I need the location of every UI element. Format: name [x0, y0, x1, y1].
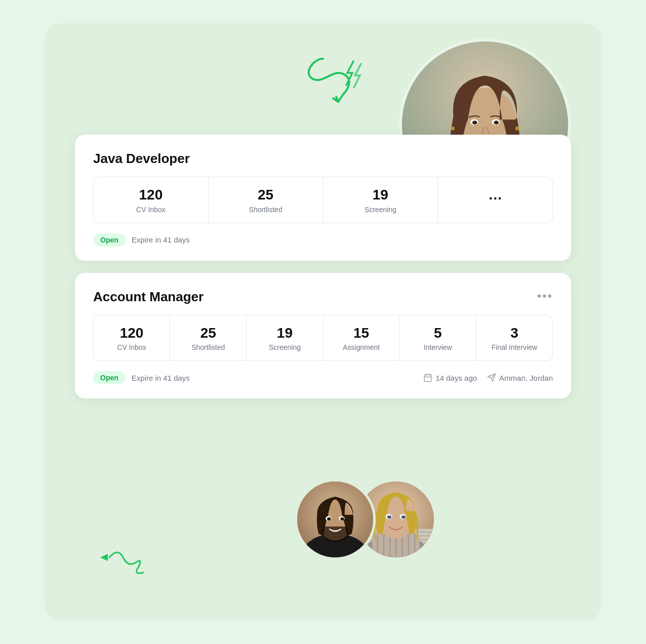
expire-text-1: Expire in 41 days — [132, 235, 190, 244]
stat-shortlisted-1: 25 Shortlisted — [209, 177, 324, 223]
location-text: Amman, Jordan — [499, 374, 553, 382]
more-options-button[interactable]: ••• — [537, 289, 553, 303]
svg-point-29 — [340, 517, 344, 521]
assignment-label-2: Assignment — [343, 343, 380, 351]
svg-rect-15 — [425, 375, 432, 382]
cv-inbox-number-2: 120 — [120, 325, 144, 342]
final-interview-label-2: Final Interview — [492, 343, 537, 351]
java-developer-stats: 120 CV Inbox 25 Shortlisted 19 Screening… — [93, 177, 553, 223]
svg-rect-44 — [408, 534, 409, 557]
stat-partial-1: … — [438, 177, 552, 223]
stat-screening-2: 19 Screening — [247, 315, 323, 361]
stat-final-interview-2: 3 Final Interview — [476, 315, 552, 361]
screening-label-1: Screening — [365, 206, 396, 214]
java-developer-footer: Open Expire in 41 days — [93, 233, 553, 247]
stat-screening-1: 19 Screening — [324, 177, 438, 223]
account-manager-stats: 120 CV Inbox 25 Shortlisted 19 Screening… — [93, 315, 553, 361]
svg-point-51 — [401, 515, 406, 519]
svg-point-28 — [327, 517, 331, 521]
open-badge-2: Open — [93, 371, 126, 384]
svg-point-9 — [494, 120, 499, 125]
interview-label-2: Interview — [424, 343, 452, 351]
cards-area: Java Developer 120 CV Inbox 25 Shortlist… — [75, 135, 571, 398]
svg-marker-52 — [100, 554, 108, 561]
date-meta: 14 days ago — [423, 373, 477, 382]
svg-rect-40 — [383, 534, 385, 557]
interview-number-2: 5 — [434, 325, 442, 342]
date-ago-text: 14 days ago — [435, 374, 477, 382]
stat-interview-2: 5 Interview — [400, 315, 476, 361]
shortlisted-label-1: Shortlisted — [249, 206, 282, 214]
stat-shortlisted-2: 25 Shortlisted — [170, 315, 247, 361]
svg-rect-39 — [377, 534, 379, 557]
account-manager-title: Account Manager — [93, 289, 553, 305]
squiggle-bottom-decoration — [95, 540, 156, 580]
svg-rect-45 — [414, 534, 416, 557]
svg-point-11 — [515, 127, 519, 131]
open-badge-1: Open — [93, 233, 126, 247]
shortlisted-label-2: Shortlisted — [191, 343, 225, 351]
assignment-number-2: 15 — [353, 325, 369, 342]
svg-point-50 — [387, 515, 391, 519]
stat-cv-inbox-1: 120 CV Inbox — [94, 177, 209, 223]
calendar-icon — [423, 373, 432, 382]
stat-cv-inbox-2: 120 CV Inbox — [94, 315, 170, 361]
cv-inbox-label-1: CV Inbox — [136, 206, 166, 214]
expire-text-2: Expire in 41 days — [132, 374, 190, 382]
main-container: Java Developer 120 CV Inbox 25 Shortlist… — [45, 23, 601, 621]
svg-point-10 — [451, 127, 455, 131]
partial-number-1: … — [488, 186, 502, 204]
screening-label-2: Screening — [269, 343, 301, 351]
squiggle-top-decoration — [272, 54, 374, 104]
location-icon — [487, 373, 496, 382]
footer-meta-right: 14 days ago Amman, Jordan — [423, 373, 553, 382]
screening-number-2: 19 — [277, 325, 293, 342]
shortlisted-number-2: 25 — [200, 325, 216, 342]
account-manager-footer: Open Expire in 41 days 14 days ago Amman… — [93, 371, 553, 384]
java-developer-card: Java Developer 120 CV Inbox 25 Shortlist… — [75, 135, 571, 261]
screening-number-1: 19 — [373, 186, 388, 204]
cv-inbox-label-2: CV Inbox — [117, 343, 146, 351]
java-developer-title: Java Developer — [93, 151, 553, 167]
stat-assignment-2: 15 Assignment — [324, 315, 400, 361]
cv-inbox-number-1: 120 — [139, 186, 163, 204]
shortlisted-number-1: 25 — [258, 186, 273, 204]
svg-point-8 — [472, 120, 477, 125]
avatars-bottom — [295, 479, 436, 560]
account-manager-card: ••• Account Manager 120 CV Inbox 25 Shor… — [75, 273, 571, 399]
location-meta: Amman, Jordan — [487, 373, 553, 382]
avatar-person-1 — [295, 479, 376, 560]
final-interview-number-2: 3 — [510, 325, 518, 342]
